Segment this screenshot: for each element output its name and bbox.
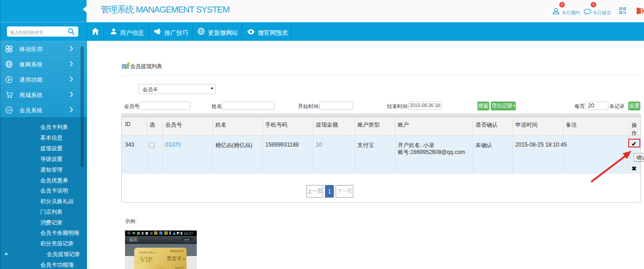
svg-text:VIP: VIP (7, 109, 11, 112)
